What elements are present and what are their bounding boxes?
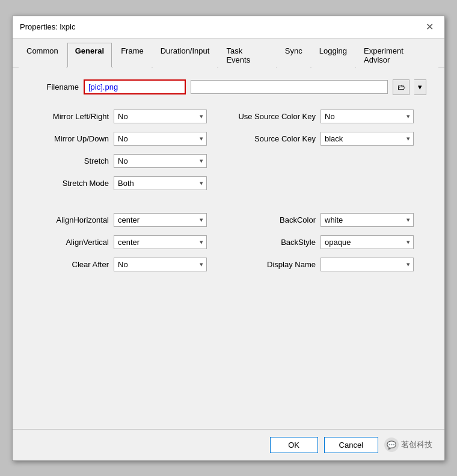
tab-duration-input[interactable]: Duration/Input [153, 43, 218, 67]
watermark-text: 茗创科技 [401, 439, 432, 450]
properties-dialog: Properties: lxpic ✕ Common General Frame… [12, 16, 445, 461]
align-horizontal-row: AlignHorizontal center left right [31, 213, 225, 227]
use-source-color-row: Use Source Color Key No Yes [232, 110, 426, 123]
source-color-key-label: Source Color Key [232, 134, 316, 143]
clear-after-label: Clear After [31, 260, 109, 269]
mirror-lr-row: Mirror Left/Right No Yes [31, 110, 225, 123]
align-vertical-row: AlignVertical center top bottom [31, 235, 225, 249]
dialog-title: Properties: lxpic [20, 22, 75, 31]
display-name-row: Display Name [232, 258, 426, 271]
back-style-row: BackStyle opaque transparent [232, 235, 426, 249]
align-horizontal-select[interactable]: center left right [114, 213, 207, 227]
filename-extra-input[interactable] [191, 80, 388, 94]
tab-bar: Common General Frame Duration/Input Task… [13, 39, 444, 67]
stretch-row: Stretch No Yes [31, 154, 225, 168]
folder-icon: 🗁 [397, 82, 405, 91]
mirror-ud-label: Mirror Up/Down [31, 134, 109, 143]
display-name-select[interactable] [321, 258, 414, 271]
stretch-mode-label: Stretch Mode [31, 179, 109, 188]
tab-logging[interactable]: Logging [311, 43, 355, 67]
back-color-select[interactable]: white black red green blue [321, 213, 414, 227]
back-style-select[interactable]: opaque transparent [321, 235, 414, 249]
stretch-select-wrapper: No Yes [114, 154, 207, 168]
align-vertical-label: AlignVertical [31, 238, 109, 247]
source-color-key-row: Source Color Key black white red green b… [232, 132, 426, 146]
filename-input[interactable] [84, 79, 186, 94]
file-browse-button[interactable]: 🗁 [393, 79, 409, 95]
align-vertical-select-wrapper: center top bottom [114, 235, 207, 249]
use-source-color-select-wrapper: No Yes [321, 110, 414, 123]
tab-experiment-advisor[interactable]: Experiment Advisor [356, 43, 438, 67]
mirror-ud-row: Mirror Up/Down No Yes [31, 132, 225, 146]
stretch-label: Stretch [31, 156, 109, 165]
source-color-key-select-wrapper: black white red green blue [321, 132, 414, 146]
mirror-ud-select-wrapper: No Yes [114, 132, 207, 146]
tab-frame[interactable]: Frame [113, 43, 152, 67]
mirror-lr-label: Mirror Left/Right [31, 112, 109, 121]
content-area: Filename 🗁 ▾ Mirror Left/Right No Yes [13, 67, 444, 429]
tab-general[interactable]: General [67, 43, 112, 67]
form-grid: Mirror Left/Right No Yes Use Source Colo… [31, 110, 426, 271]
tab-task-events[interactable]: Task Events [218, 43, 275, 67]
back-color-row: BackColor white black red green blue [232, 213, 426, 227]
filename-label: Filename [31, 82, 79, 91]
mirror-lr-select-wrapper: No Yes [114, 110, 207, 123]
display-name-label: Display Name [232, 260, 316, 269]
back-color-select-wrapper: white black red green blue [321, 213, 414, 227]
ok-button[interactable]: OK [270, 437, 318, 453]
clear-after-select-wrapper: No Yes [114, 258, 207, 271]
file-dropdown-button[interactable]: ▾ [414, 79, 426, 95]
tab-common[interactable]: Common [19, 43, 66, 67]
chat-icon: 💬 [387, 440, 396, 450]
display-name-select-wrapper [321, 258, 414, 271]
stretch-mode-select[interactable]: Both Horizontal Vertical [114, 176, 207, 190]
use-source-color-select[interactable]: No Yes [321, 110, 414, 123]
mirror-ud-select[interactable]: No Yes [114, 132, 207, 146]
bottom-bar: OK Cancel 💬 茗创科技 [13, 429, 444, 460]
stretch-select[interactable]: No Yes [114, 154, 207, 168]
source-color-key-select[interactable]: black white red green blue [321, 132, 414, 146]
watermark: 💬 茗创科技 [384, 437, 432, 452]
clear-after-select[interactable]: No Yes [114, 258, 207, 271]
filename-row: Filename 🗁 ▾ [31, 79, 426, 95]
back-style-select-wrapper: opaque transparent [321, 235, 414, 249]
align-vertical-select[interactable]: center top bottom [114, 235, 207, 249]
dropdown-arrow-icon: ▾ [418, 82, 422, 91]
align-horizontal-label: AlignHorizontal [31, 215, 109, 224]
mirror-lr-select[interactable]: No Yes [114, 110, 207, 123]
clear-after-row: Clear After No Yes [31, 258, 225, 271]
use-source-color-label: Use Source Color Key [232, 112, 316, 121]
watermark-icon: 💬 [384, 437, 399, 452]
title-bar: Properties: lxpic ✕ [13, 16, 444, 39]
tab-sync[interactable]: Sync [277, 43, 310, 67]
close-button[interactable]: ✕ [422, 21, 437, 33]
back-color-label: BackColor [232, 215, 316, 224]
back-style-label: BackStyle [232, 238, 316, 247]
align-horizontal-select-wrapper: center left right [114, 213, 207, 227]
cancel-button[interactable]: Cancel [324, 437, 378, 453]
stretch-mode-select-wrapper: Both Horizontal Vertical [114, 176, 207, 190]
stretch-mode-row: Stretch Mode Both Horizontal Vertical [31, 176, 225, 190]
